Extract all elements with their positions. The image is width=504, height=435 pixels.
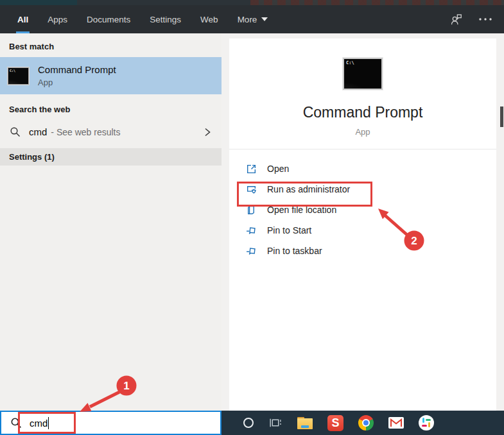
ellipsis-icon[interactable] (478, 17, 492, 22)
action-run-as-administrator[interactable]: Run as administrator (246, 179, 496, 200)
best-match-title: Command Prompt (38, 64, 116, 75)
context-action-list: Open Run as administrator Open file l (229, 149, 496, 261)
chrome-icon[interactable] (358, 415, 374, 431)
search-input[interactable]: cmd (0, 411, 222, 435)
text-cursor (48, 417, 49, 429)
best-match-type: App (38, 78, 116, 87)
feedback-icon[interactable] (449, 13, 463, 26)
filter-tabs: All Apps Documents Settings Web More (16, 5, 269, 33)
task-view-icon[interactable] (268, 416, 282, 429)
cropped-strip-garbled-text (250, 0, 504, 5)
chevron-right-icon[interactable] (204, 127, 211, 137)
slack-icon[interactable] (419, 415, 434, 431)
web-search-result[interactable]: cmd - See web results (0, 120, 222, 144)
command-prompt-icon: C:\ (8, 67, 29, 85)
taskbar: S (222, 411, 504, 435)
preview-app-title: Command Prompt (229, 104, 496, 121)
search-filter-bar: All Apps Documents Settings Web More (0, 5, 504, 33)
tab-more-label: More (238, 15, 257, 24)
search-the-web-header: Search the web (0, 94, 222, 120)
cropped-top-strip (0, 0, 504, 5)
search-icon (10, 126, 21, 137)
pin-icon (246, 225, 257, 236)
action-open-file-location[interactable]: Open file location (246, 200, 496, 220)
s-app-icon[interactable]: S (327, 415, 343, 431)
action-open[interactable]: Open (246, 158, 496, 179)
action-pin-to-start[interactable]: Pin to Start (246, 220, 496, 241)
search-icon (10, 417, 22, 429)
settings-section-header: Settings (1) (0, 148, 222, 166)
search-results-panel: Best match C:\ Command Prompt App Search… (0, 33, 222, 411)
command-prompt-icon: C:\ (343, 58, 383, 90)
tab-documents[interactable]: Documents (85, 5, 132, 33)
open-icon (246, 164, 257, 175)
tab-apps[interactable]: Apps (46, 5, 69, 33)
tab-settings[interactable]: Settings (148, 5, 182, 33)
web-query-hint: - See web results (51, 127, 120, 137)
best-match-header: Best match (0, 33, 222, 57)
search-query-text: cmd (30, 418, 48, 429)
cropped-strip-left (0, 0, 77, 5)
tab-web[interactable]: Web (199, 5, 220, 33)
best-match-result-command-prompt[interactable]: C:\ Command Prompt App (0, 57, 222, 94)
result-preview-panel: C:\ Command Prompt App Open (229, 38, 496, 411)
pin-icon (246, 246, 257, 257)
preview-app-type: App (229, 127, 496, 137)
tab-all[interactable]: All (16, 5, 30, 33)
open-file-location-icon (246, 205, 257, 216)
web-query-text: cmd (29, 126, 47, 137)
tab-more[interactable]: More (236, 5, 270, 33)
gmail-icon[interactable] (388, 417, 404, 429)
windows-search-flyout: All Apps Documents Settings Web More (0, 0, 504, 435)
cortana-icon[interactable] (243, 418, 254, 428)
run-as-administrator-icon (246, 184, 257, 195)
file-explorer-icon[interactable] (297, 417, 313, 429)
chevron-down-icon (261, 17, 268, 21)
action-pin-to-taskbar[interactable]: Pin to taskbar (246, 241, 496, 261)
scrollbar-thumb[interactable] (500, 107, 503, 127)
